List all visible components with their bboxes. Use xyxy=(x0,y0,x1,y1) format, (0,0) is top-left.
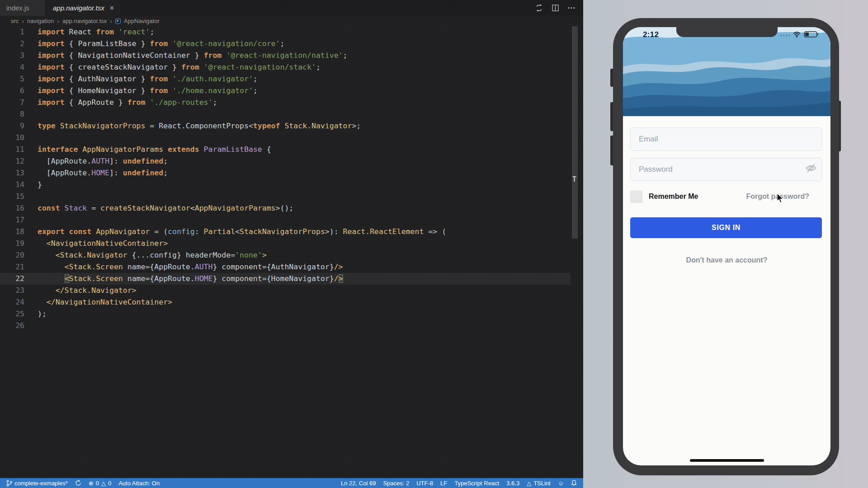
breadcrumb-item[interactable]: AppNavigator xyxy=(124,18,160,24)
code-line[interactable]: 20 <Stack.Navigator {...config} headerMo… xyxy=(0,249,571,261)
email-input[interactable] xyxy=(630,127,822,151)
notifications-bell-icon[interactable] xyxy=(571,480,577,486)
sign-up-link[interactable]: Don't have an account? xyxy=(623,256,830,264)
password-input[interactable] xyxy=(630,158,822,181)
remember-checkbox[interactable] xyxy=(630,191,642,203)
iphone-screen: 2:12 xyxy=(623,27,830,465)
editor-tab-bar: index.js app.navigator.tsx × xyxy=(0,0,583,16)
more-actions-icon[interactable] xyxy=(568,7,575,9)
warning-icon: △ xyxy=(527,480,531,486)
login-form: Remember Me Forgot password? SIGN IN Don… xyxy=(623,116,830,465)
code-line[interactable]: 18export const AppNavigator = (config: P… xyxy=(0,226,571,238)
feedback-smiley-icon[interactable]: ☺ xyxy=(558,480,564,486)
status-bar-right: Ln 22, Col 69 Spaces: 2 UTF-8 LF TypeScr… xyxy=(341,480,577,487)
line-number: 18 xyxy=(0,226,24,238)
code-line[interactable]: 26 xyxy=(0,320,571,332)
eol-item[interactable]: LF xyxy=(440,480,447,487)
close-icon[interactable]: × xyxy=(110,4,114,12)
sync-item[interactable] xyxy=(75,480,81,486)
code-editor[interactable]: 1import React from 'react';2import { Par… xyxy=(0,26,571,478)
breadcrumb-item[interactable]: app.navigator.tsx xyxy=(62,18,107,24)
code-line[interactable]: 7import { AppRoute } from './app-routes'… xyxy=(0,97,571,108)
line-content: import { ParamListBase } from '@react-na… xyxy=(24,38,284,50)
code-line[interactable]: 12 [AppRoute.AUTH]: undefined; xyxy=(0,155,571,167)
code-line[interactable]: 21 <Stack.Screen name={AppRoute.AUTH} co… xyxy=(0,261,571,273)
code-line[interactable]: 5import { AuthNavigator } from './auth.n… xyxy=(0,73,571,85)
indentation-item[interactable]: Spaces: 2 xyxy=(383,480,409,487)
line-number: 12 xyxy=(0,155,24,167)
line-content: <Stack.Screen name={AppRoute.AUTH} compo… xyxy=(24,261,343,273)
line-number: 24 xyxy=(0,296,24,308)
editor-scrollbar[interactable]: T xyxy=(572,26,578,478)
git-branch-item[interactable]: complete-exmaples* xyxy=(6,480,68,487)
line-content: <Stack.Screen name={AppRoute.HOME} compo… xyxy=(24,273,343,285)
breadcrumb-item[interactable]: src xyxy=(11,18,19,24)
code-line[interactable]: 11interface AppNavigatorParams extends P… xyxy=(0,144,571,155)
scrollbar-marker: T xyxy=(572,175,576,183)
line-content xyxy=(24,132,38,144)
line-number: 6 xyxy=(0,85,24,97)
warning-count: 0 xyxy=(108,480,111,487)
encoding-item[interactable]: UTF-8 xyxy=(416,480,433,487)
home-indicator[interactable] xyxy=(690,459,764,462)
code-line[interactable]: 17 xyxy=(0,214,571,226)
line-content: </NavigationNativeContainer> xyxy=(24,296,172,308)
code-line[interactable]: 23 </Stack.Navigator> xyxy=(0,285,571,296)
breadcrumb-separator: › xyxy=(110,18,112,25)
tslint-item[interactable]: △ TSLint xyxy=(527,480,551,487)
line-content: </Stack.Navigator> xyxy=(24,285,137,296)
forgot-password-link[interactable]: Forgot password? xyxy=(746,192,809,201)
code-line[interactable]: 14} xyxy=(0,179,571,191)
line-content: import { HomeNavigator } from './home.na… xyxy=(24,85,258,97)
error-icon: ⊗ xyxy=(89,480,94,486)
code-line[interactable]: 3import { NavigationNativeContainer } fr… xyxy=(0,50,571,61)
split-editor-icon[interactable] xyxy=(552,5,559,11)
ts-version-item[interactable]: 3.6.3 xyxy=(506,480,519,487)
code-line[interactable]: 25); xyxy=(0,308,571,320)
branch-name: complete-exmaples* xyxy=(14,480,68,487)
line-number: 19 xyxy=(0,238,24,249)
code-line[interactable]: 19 <NavigationNativeContainer> xyxy=(0,238,571,249)
line-number: 7 xyxy=(0,97,24,108)
code-line[interactable]: 4import { createStackNavigator } from '@… xyxy=(0,61,571,73)
git-branch-icon xyxy=(6,480,12,487)
code-line[interactable]: 10 xyxy=(0,132,571,144)
auto-attach-item[interactable]: Auto Attach: On xyxy=(118,480,160,487)
code-line[interactable]: 13 [AppRoute.HOME]: undefined; xyxy=(0,167,571,179)
status-bar: complete-exmaples* ⊗ 0 △ 0 Auto Attach: … xyxy=(0,478,583,488)
code-line[interactable]: 2import { ParamListBase } from '@react-n… xyxy=(0,38,571,50)
line-number: 23 xyxy=(0,285,24,296)
breadcrumb-item[interactable]: navigation xyxy=(27,18,54,24)
cellular-signal-icon xyxy=(780,35,790,36)
error-count: 0 xyxy=(96,480,99,487)
code-line[interactable]: 24 </NavigationNativeContainer> xyxy=(0,296,571,308)
sign-in-button[interactable]: SIGN IN xyxy=(630,217,822,238)
symbol-icon xyxy=(115,19,121,24)
line-content: import React from 'react'; xyxy=(24,26,154,38)
problems-item[interactable]: ⊗ 0 △ 0 xyxy=(89,480,111,487)
battery-icon xyxy=(804,31,819,39)
code-line[interactable]: 1import React from 'react'; xyxy=(0,26,571,38)
line-content: ); xyxy=(24,308,47,320)
code-line[interactable]: 9type StackNavigatorProps = React.Compon… xyxy=(0,120,571,132)
code-line[interactable]: 16const Stack = createStackNavigator<App… xyxy=(0,202,571,214)
arrows-cycle-icon[interactable] xyxy=(535,5,543,11)
breadcrumb-items: src›navigation›app.navigator.tsx›AppNavi… xyxy=(11,18,160,25)
cursor-position-item[interactable]: Ln 22, Col 69 xyxy=(341,480,376,487)
line-number: 16 xyxy=(0,202,24,214)
code-line[interactable]: 8 xyxy=(0,108,571,120)
code-line[interactable]: 15 xyxy=(0,191,571,202)
code-line[interactable]: 6import { HomeNavigator } from './home.n… xyxy=(0,85,571,97)
line-content xyxy=(24,108,38,120)
line-number: 21 xyxy=(0,261,24,273)
eye-off-icon[interactable] xyxy=(805,163,817,175)
tab-index-js[interactable]: index.js xyxy=(0,0,45,16)
line-content: } xyxy=(24,179,42,191)
iphone-frame: 2:12 xyxy=(613,18,839,475)
tab-label: index.js xyxy=(6,4,29,12)
scrollbar-thumb[interactable] xyxy=(572,26,578,239)
tab-app-navigator[interactable]: app.navigator.tsx × xyxy=(47,0,120,16)
language-mode-item[interactable]: TypeScript React xyxy=(454,480,499,487)
code-line[interactable]: 22 <Stack.Screen name={AppRoute.HOME} co… xyxy=(0,273,571,285)
line-content: export const AppNavigator = (config: Par… xyxy=(24,226,446,238)
